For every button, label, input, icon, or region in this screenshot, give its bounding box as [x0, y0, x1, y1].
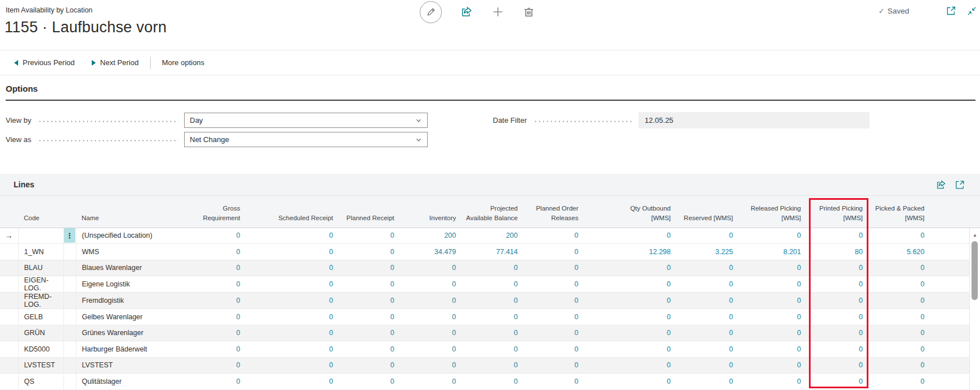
- value-cell[interactable]: 0: [400, 325, 462, 341]
- value-cell[interactable]: 8.201: [739, 244, 807, 260]
- value-cell[interactable]: 0: [584, 228, 676, 244]
- column-header-gross[interactable]: Gross Requirement: [193, 196, 246, 228]
- value-cell[interactable]: 0: [193, 244, 246, 260]
- value-cell[interactable]: 0: [462, 357, 523, 374]
- name-cell[interactable]: Qulitätslager: [76, 374, 193, 390]
- code-cell[interactable]: EIGEN-LOG.: [18, 276, 63, 293]
- value-cell[interactable]: 0: [400, 357, 462, 374]
- value-cell[interactable]: 0: [868, 325, 930, 341]
- value-cell[interactable]: 0: [523, 244, 584, 260]
- value-cell[interactable]: 0: [584, 341, 676, 358]
- value-cell[interactable]: 200: [400, 228, 462, 244]
- value-cell[interactable]: 0: [868, 374, 930, 390]
- value-cell[interactable]: 0: [676, 357, 739, 374]
- value-cell[interactable]: 0: [400, 341, 462, 358]
- value-cell[interactable]: 0: [462, 293, 523, 309]
- value-cell[interactable]: 0: [523, 325, 584, 341]
- value-cell[interactable]: 3.225: [676, 244, 739, 260]
- column-header-scheduled-receipt[interactable]: Scheduled Receipt: [246, 196, 339, 228]
- code-cell[interactable]: QS: [18, 374, 63, 390]
- value-cell[interactable]: 0: [807, 228, 868, 244]
- collapse-button[interactable]: [966, 6, 977, 16]
- code-cell[interactable]: LVSTEST: [18, 357, 63, 374]
- value-cell[interactable]: 0: [462, 276, 523, 293]
- table-row[interactable]: KD5000Harburger Bäderwelt00000000000: [0, 341, 980, 358]
- edit-button[interactable]: [420, 1, 442, 23]
- table-row[interactable]: EIGEN-LOG.Eigene Logistik00000000000: [0, 276, 980, 293]
- value-cell[interactable]: 0: [584, 293, 676, 309]
- column-header-planned-receipt[interactable]: Planned Receipt: [339, 196, 400, 228]
- value-cell[interactable]: 0: [868, 228, 930, 244]
- value-cell[interactable]: 0: [246, 325, 339, 341]
- name-cell[interactable]: Grünes Warenlager: [76, 325, 193, 341]
- value-cell[interactable]: 5.620: [868, 244, 930, 260]
- value-cell[interactable]: 0: [523, 341, 584, 358]
- value-cell[interactable]: 0: [193, 293, 246, 309]
- value-cell[interactable]: 0: [400, 293, 462, 309]
- value-cell[interactable]: 0: [400, 374, 462, 390]
- value-cell[interactable]: 0: [523, 374, 584, 390]
- value-cell[interactable]: 0: [339, 309, 400, 325]
- value-cell[interactable]: 0: [339, 374, 400, 390]
- value-cell[interactable]: 0: [462, 325, 523, 341]
- name-cell[interactable]: Harburger Bäderwelt: [76, 341, 193, 358]
- value-cell[interactable]: 0: [339, 357, 400, 374]
- value-cell[interactable]: 0: [339, 325, 400, 341]
- name-cell[interactable]: LVSTEST: [76, 357, 193, 374]
- value-cell[interactable]: 0: [868, 260, 930, 276]
- table-row[interactable]: QSQulitätslager00000000000: [0, 374, 980, 390]
- value-cell[interactable]: 0: [246, 357, 339, 374]
- value-cell[interactable]: 0: [400, 276, 462, 293]
- name-cell[interactable]: (Unspecified Location): [76, 228, 193, 244]
- scroll-up-button[interactable]: ▲: [970, 233, 980, 238]
- value-cell[interactable]: 0: [462, 341, 523, 358]
- table-row[interactable]: LVSTESTLVSTEST00000000000: [0, 357, 980, 374]
- value-cell[interactable]: 0: [676, 260, 739, 276]
- value-cell[interactable]: 0: [193, 309, 246, 325]
- column-header-inventory[interactable]: Inventory: [400, 196, 462, 228]
- value-cell[interactable]: 0: [193, 260, 246, 276]
- value-cell[interactable]: 0: [462, 374, 523, 390]
- value-cell[interactable]: 0: [807, 260, 868, 276]
- open-in-new-window-button[interactable]: [945, 5, 957, 16]
- share-button[interactable]: [461, 6, 473, 18]
- column-header-printed-picking[interactable]: Printed Picking [WMS]: [807, 196, 868, 228]
- column-header-code[interactable]: Code: [18, 196, 63, 228]
- table-scrollbar[interactable]: ▲: [969, 228, 980, 390]
- value-cell[interactable]: 0: [807, 276, 868, 293]
- previous-period-button[interactable]: Previous Period: [14, 58, 75, 67]
- value-cell[interactable]: 200: [462, 228, 523, 244]
- column-header-planned-order[interactable]: Planned Order Releases: [523, 196, 584, 228]
- value-cell[interactable]: 0: [339, 293, 400, 309]
- value-cell[interactable]: 0: [739, 309, 807, 325]
- value-cell[interactable]: 0: [246, 293, 339, 309]
- value-cell[interactable]: 0: [246, 244, 339, 260]
- value-cell[interactable]: 0: [676, 228, 739, 244]
- value-cell[interactable]: 0: [868, 341, 930, 358]
- value-cell[interactable]: 0: [462, 260, 523, 276]
- value-cell[interactable]: 0: [193, 228, 246, 244]
- value-cell[interactable]: 0: [739, 374, 807, 390]
- value-cell[interactable]: 0: [676, 341, 739, 358]
- value-cell[interactable]: 0: [807, 357, 868, 374]
- value-cell[interactable]: 0: [339, 260, 400, 276]
- view-by-select[interactable]: Day: [184, 113, 428, 128]
- value-cell[interactable]: 0: [339, 244, 400, 260]
- scroll-thumb[interactable]: [972, 241, 978, 300]
- value-cell[interactable]: 0: [246, 228, 339, 244]
- row-ellipsis-button[interactable]: ⋮: [64, 228, 75, 243]
- value-cell[interactable]: 0: [523, 276, 584, 293]
- value-cell[interactable]: 0: [193, 374, 246, 390]
- value-cell[interactable]: 0: [739, 357, 807, 374]
- value-cell[interactable]: 0: [739, 325, 807, 341]
- date-filter-input[interactable]: 12.05.25: [638, 112, 870, 128]
- value-cell[interactable]: 0: [868, 293, 930, 309]
- value-cell[interactable]: 0: [868, 276, 930, 293]
- value-cell[interactable]: 0: [193, 325, 246, 341]
- value-cell[interactable]: 0: [676, 309, 739, 325]
- column-header-released-picking[interactable]: Released Picking [WMS]: [739, 196, 807, 228]
- value-cell[interactable]: 0: [807, 325, 868, 341]
- value-cell[interactable]: 0: [339, 276, 400, 293]
- more-options-button[interactable]: More options: [162, 58, 204, 67]
- value-cell[interactable]: 0: [739, 276, 807, 293]
